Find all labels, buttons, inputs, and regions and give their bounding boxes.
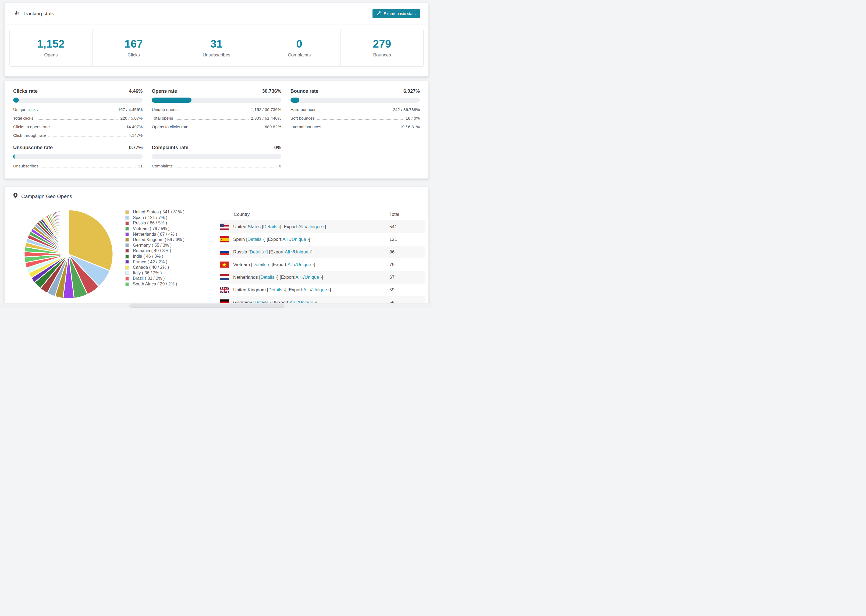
details-link-united-kingdom[interactable]: Details › [268, 287, 285, 293]
legend-item: Russia ( 86 / 5% ) [125, 220, 220, 226]
stats-row: 1,152 Opens 167 Clicks 31 Unsubscribes 0… [9, 29, 424, 67]
country-name: Spain [233, 237, 245, 242]
total-cell: 121 [389, 237, 425, 242]
export-all-link-netherlands[interactable]: All › [296, 275, 303, 280]
metric-row: Unique opens 1,152 / 30.736% [152, 107, 281, 112]
metric-row: Complaints 0 [152, 164, 281, 168]
geo-table-body: United States [Details ›] [Export: All ›… [220, 220, 425, 303]
details-link-germany[interactable]: Details › [254, 300, 271, 304]
rate-title: Complaints rate [152, 145, 188, 151]
rate-col-bounce-rate: Bounce rate 6.927% Hard bounces 242 / 86… [290, 88, 420, 138]
export-all-link-russia[interactable]: All › [285, 250, 293, 255]
export-all-link-germany[interactable]: All › [290, 300, 298, 304]
export-unique-link-netherlands[interactable]: Unique › [305, 275, 322, 280]
dotted-leader [48, 134, 126, 137]
dotted-leader [317, 116, 403, 119]
dotted-leader [180, 108, 249, 111]
dotted-leader [36, 116, 118, 119]
rates-row-1: Clicks rate 4.46% Unique clicks 167 / 4.… [13, 88, 420, 138]
progress-bar [152, 154, 281, 159]
progress-fill [13, 154, 14, 159]
metric-value: 0 [279, 164, 281, 168]
tracking-stats-header: Tracking stats Export basic stats [5, 3, 428, 24]
spain-flag-icon [220, 236, 229, 242]
stat-label: Clicks [128, 52, 140, 58]
metric-value: 220 / 5.87% [120, 116, 143, 121]
metric-label: Soft bounces [290, 116, 315, 121]
table-row-germany: Germany [Details ›] [Export: All › / Uni… [220, 296, 425, 303]
metric-label: Total clicks [13, 116, 33, 121]
metric-label: Complaints [152, 164, 173, 168]
metric-row: Total opens 2,303 / 61.446% [152, 116, 281, 121]
rate-col-empty [290, 145, 420, 168]
stat-value: 167 [124, 38, 143, 50]
united-kingdom-flag-icon [220, 287, 229, 293]
details-link-spain[interactable]: Details › [247, 237, 264, 242]
bottom-scrollbar-thumb[interactable] [131, 305, 284, 307]
metric-row: Clicks to opens rate 14.497% [13, 124, 143, 129]
metric-value: 1,152 / 30.736% [251, 107, 281, 112]
legend-label: Russia ( 86 / 5% ) [133, 221, 167, 225]
legend-item: Netherlands ( 67 / 4% ) [125, 231, 220, 237]
dotted-leader [191, 125, 262, 128]
metric-label: Unsubscribes [13, 164, 38, 168]
details-link-vietnam[interactable]: Details › [252, 262, 269, 267]
legend-label: Netherlands ( 67 / 4% ) [133, 232, 177, 237]
metric-label: Hard bounces [290, 107, 316, 112]
details-link-united-states[interactable]: Details › [263, 224, 280, 229]
united-states-flag-icon [220, 224, 229, 230]
export-unique-link-united-kingdom[interactable]: Unique › [313, 287, 330, 293]
rate-title: Unsubscribe rate [13, 145, 53, 151]
rate-col-unsubscribe-rate: Unsubscribe rate 0.77% Unsubscribes 31 [13, 145, 143, 168]
stat-box-unsubscribes: 31 Unsubscribes [175, 29, 258, 66]
stat-value: 279 [373, 38, 391, 50]
germany-flag-icon [220, 299, 229, 303]
legend-label: Canada ( 40 / 2% ) [133, 265, 169, 270]
export-unique-link-united-states[interactable]: Unique › [307, 224, 324, 229]
metric-row: Hard bounces 242 / 86.738% [290, 107, 420, 112]
stat-value: 31 [210, 38, 223, 50]
stat-box-complaints: 0 Complaints [258, 29, 340, 66]
export-unique-link-germany[interactable]: Unique › [299, 300, 316, 304]
total-cell: 79 [389, 262, 425, 267]
geo-table: Country Total United States [Details ›] … [220, 209, 425, 303]
country-cell: Spain [Details ›] [Export: All › / Uniqu… [220, 236, 389, 242]
export-all-link-vietnam[interactable]: All › [288, 262, 295, 267]
pie-slice-other [68, 210, 69, 254]
export-all-link-spain[interactable]: All › [282, 237, 290, 242]
export-unique-link-vietnam[interactable]: Unique › [297, 262, 314, 267]
rate-value: 0% [274, 145, 281, 151]
legend-swatch [125, 227, 129, 231]
metric-label: Clicks to opens rate [13, 124, 50, 129]
details-link-netherlands[interactable]: Details › [260, 275, 277, 280]
export-unique-link-russia[interactable]: Unique › [294, 250, 311, 255]
rate-col-opens-rate: Opens rate 30.736% Unique opens 1,152 / … [152, 88, 281, 138]
total-cell: 55 [389, 300, 425, 304]
export-all-link-united-kingdom[interactable]: All › [303, 287, 311, 293]
metric-row: Soft bounces 18 / 0% [290, 116, 420, 121]
country-name: Vietnam [233, 262, 250, 267]
metric-value: 242 / 86.738% [393, 107, 420, 112]
export-basic-stats-button[interactable]: Export basic stats [373, 9, 420, 18]
total-column-header: Total [389, 212, 425, 217]
progress-bar [152, 97, 281, 103]
legend-item: Spain ( 121 / 7% ) [125, 215, 220, 221]
export-unique-link-spain[interactable]: Unique › [291, 237, 309, 242]
metric-value: 167 / 4.456% [118, 107, 143, 112]
progress-bar [290, 97, 420, 103]
country-cell: United Kingdom [Details ›] [Export: All … [220, 287, 389, 293]
metric-value: 31 [138, 164, 143, 168]
legend-swatch [125, 221, 129, 225]
metric-label: Opens to clicks rate [152, 124, 188, 129]
legend-swatch [125, 255, 129, 259]
metric-value: 689.82% [265, 124, 281, 129]
country-column-header: Country [220, 212, 389, 217]
export-all-link-united-states[interactable]: All › [298, 224, 306, 229]
metric-value: 14.497% [126, 124, 143, 129]
legend-swatch [125, 249, 129, 253]
legend-label: United States ( 541 / 31% ) [133, 210, 184, 214]
legend-item: India ( 46 / 3% ) [125, 254, 220, 259]
total-cell: 86 [389, 250, 425, 255]
details-link-russia[interactable]: Details › [250, 250, 266, 255]
export-icon [377, 11, 381, 16]
